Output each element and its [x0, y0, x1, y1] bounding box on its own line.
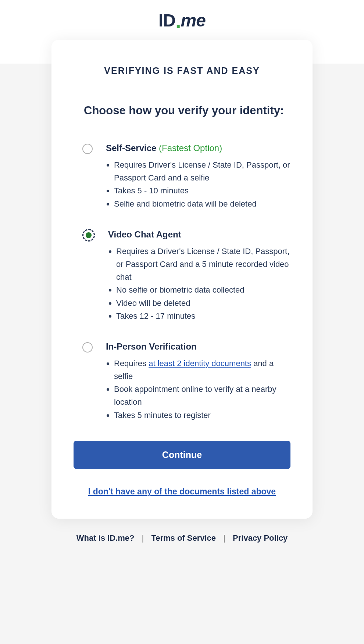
logo: ID.me — [158, 10, 206, 31]
option-title-text: Video Chat Agent — [108, 229, 181, 239]
radio-in-person[interactable] — [82, 342, 93, 353]
list-item: Requires at least 2 identity documents a… — [114, 357, 290, 383]
option-self-service-title: Self-Service (Fastest Option) — [106, 143, 290, 153]
option-in-person-title: In-Person Verification — [106, 341, 290, 352]
option-video-chat-list: Requires a Driver's License / State ID, … — [108, 245, 290, 322]
list-item: Requires Driver's License / State ID, Pa… — [114, 158, 290, 184]
footer-separator: | — [223, 533, 225, 543]
option-badge: (Fastest Option) — [159, 143, 222, 153]
privacy-policy-link[interactable]: Privacy Policy — [233, 533, 288, 543]
option-in-person[interactable]: In-Person Verification Requires at least… — [74, 341, 290, 422]
list-item-pre: Requires — [114, 359, 149, 368]
radio-self-service[interactable] — [82, 144, 93, 154]
list-item: Book appointment online to verify at a n… — [114, 383, 290, 408]
option-self-service-list: Requires Driver's License / State ID, Pa… — [106, 158, 290, 210]
list-item: Takes 5 minutes to register — [114, 409, 290, 422]
footer: What is ID.me? | Terms of Service | Priv… — [0, 519, 364, 558]
logo-me: me — [181, 11, 206, 30]
option-video-chat-title: Video Chat Agent — [108, 229, 290, 240]
list-item: Selfie and biometric data will be delete… — [114, 197, 290, 210]
option-title-text: In-Person Verification — [106, 341, 197, 351]
identity-documents-link[interactable]: at least 2 identity documents — [149, 359, 251, 368]
option-video-chat[interactable]: Video Chat Agent Requires a Driver's Lic… — [74, 229, 290, 322]
list-item: Takes 12 - 17 minutes — [116, 310, 290, 322]
option-video-chat-content: Video Chat Agent Requires a Driver's Lic… — [108, 229, 290, 322]
card-subtitle: Choose how you verify your identity: — [84, 104, 290, 117]
logo-id: ID — [158, 11, 175, 30]
card-title: VERIFYING IS FAST AND EASY — [74, 65, 290, 76]
logo-dot-icon: . — [175, 9, 181, 32]
list-item: Requires a Driver's License / State ID, … — [116, 245, 290, 284]
option-title-text: Self-Service — [106, 143, 156, 153]
continue-button[interactable]: Continue — [74, 441, 290, 469]
list-item: Takes 5 - 10 minutes — [114, 184, 290, 197]
option-self-service[interactable]: Self-Service (Fastest Option) Requires D… — [74, 143, 290, 210]
option-self-service-content: Self-Service (Fastest Option) Requires D… — [106, 143, 290, 210]
option-in-person-content: In-Person Verification Requires at least… — [106, 341, 290, 422]
no-documents-link[interactable]: I don't have any of the documents listed… — [74, 487, 290, 497]
list-item: No selfie or biometric data collected — [116, 283, 290, 296]
radio-video-chat[interactable] — [82, 229, 95, 242]
footer-separator: | — [142, 533, 144, 543]
verification-card: VERIFYING IS FAST AND EASY Choose how yo… — [51, 40, 313, 519]
option-in-person-list: Requires at least 2 identity documents a… — [106, 357, 290, 422]
what-is-idme-link[interactable]: What is ID.me? — [76, 533, 135, 543]
list-item: Video will be deleted — [116, 297, 290, 310]
terms-of-service-link[interactable]: Terms of Service — [151, 533, 216, 543]
